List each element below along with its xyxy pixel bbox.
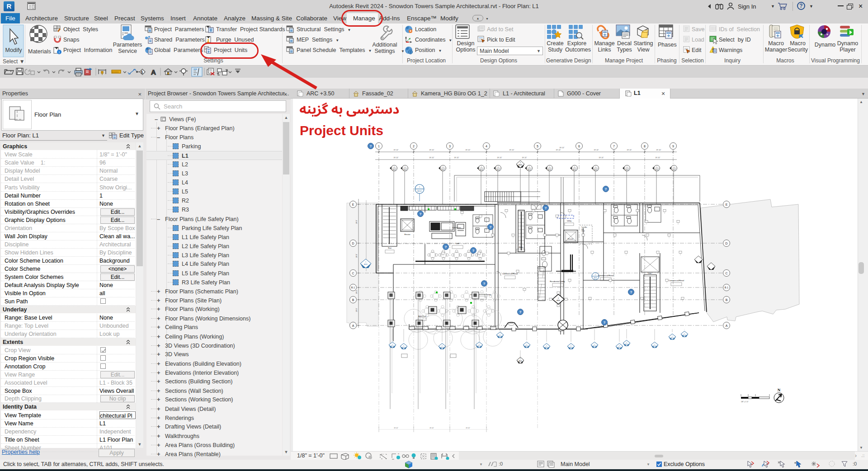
svg-text:A504: A504 [625,344,628,345]
svg-text:E: E [726,203,728,206]
svg-text:Stair: Stair [388,247,392,249]
svg-text:19'-11": 19'-11" [454,157,460,159]
svg-text:A504: A504 [672,169,676,171]
svg-text:1: 1 [520,162,521,164]
svg-text:A404: A404 [594,277,597,279]
svg-text:19'-11": 19'-11" [560,147,565,149]
svg-text:19'-11": 19'-11" [522,157,528,159]
svg-text:A100: A100 [417,190,422,192]
svg-text:?: ? [483,282,486,286]
svg-text:1: 1 [656,166,657,168]
svg-text:28'-1": 28'-1" [356,254,358,258]
svg-text:1: 1 [595,274,596,276]
svg-text:?: ? [604,320,606,325]
svg-text:1/8" = 1'-0": 1/8" = 1'-0" [741,401,749,403]
svg-text:A504: A504 [402,347,406,349]
svg-text:19'-11": 19'-11" [429,149,435,151]
svg-text:A504: A504 [545,347,548,349]
svg-text:A404: A404 [557,300,560,301]
svg-text:9: 9 [672,145,674,148]
svg-text:19'-11": 19'-11" [656,149,662,151]
svg-text:1: 1 [405,166,406,168]
svg-text:Café: Café [456,242,460,245]
svg-text:Utility: Utility [567,220,572,222]
svg-text:Adult Pool: Adult Pool [418,316,426,317]
svg-text:1: 1 [419,186,420,188]
svg-text:A504: A504 [594,169,598,171]
svg-text:A504: A504 [478,345,481,347]
svg-text:A400: A400 [364,264,368,265]
svg-text:A300: A300 [519,164,522,166]
svg-text:Commercial/Retail: Commercial/Retail [598,274,613,277]
svg-text:C: C [725,272,727,275]
svg-text:A504: A504 [528,169,531,171]
svg-text:?: ? [445,245,447,249]
svg-text:1: 1 [574,166,575,168]
svg-text:19'-11": 19'-11" [627,149,632,151]
svg-text:Commercial/Retail: Commercial/Retail [502,273,518,275]
svg-text:?: ? [630,290,632,294]
svg-text:A504: A504 [625,169,629,171]
svg-text:1: 1 [558,297,559,299]
svg-text:7: 7 [613,145,615,148]
svg-text:N: N [778,388,781,392]
svg-text:?: ? [519,310,522,314]
svg-text:19'-11": 19'-11" [429,157,435,159]
svg-text:5: 5 [537,145,538,148]
svg-text:B: B [352,298,354,301]
svg-text:A504: A504 [618,347,621,349]
svg-text:A: A [151,68,156,76]
svg-text:19'-11": 19'-11" [656,157,661,159]
svg-text:?: ? [490,225,492,229]
svg-text:1: 1 [627,166,627,168]
svg-text:A: A [352,324,354,327]
svg-text:19'-11": 19'-11" [466,427,470,429]
svg-text:6: 6 [578,145,580,148]
svg-text:B.1: B.1 [351,286,355,289]
svg-text:1: 1 [549,166,550,168]
svg-text:1: 1 [595,166,596,168]
svg-text:A504: A504 [671,337,674,339]
svg-text:1: 1 [394,166,395,168]
svg-text:4: 4 [486,145,487,148]
svg-text:E: E [352,203,354,206]
svg-text:A504: A504 [653,345,656,347]
svg-text:3: 3 [449,145,451,148]
svg-text:1: 1 [141,71,143,74]
svg-text:A300: A300 [519,360,522,362]
svg-text:1: 1 [674,166,675,168]
svg-text:1: 1 [529,166,530,168]
svg-text:D: D [725,242,727,245]
svg-text:1: 1 [498,166,499,168]
svg-text:A504: A504 [683,334,686,336]
svg-text:?: ? [545,206,547,210]
svg-text:?: ? [420,212,422,216]
svg-text:A504: A504 [441,347,444,349]
svg-text:19'-11": 19'-11" [556,149,561,151]
svg-text:19'-11": 19'-11" [599,157,604,159]
svg-text:1: 1 [481,166,482,168]
svg-text:A504: A504 [593,345,596,347]
svg-text:A: A [726,324,728,327]
svg-text:A504: A504 [655,169,659,171]
svg-text:A504: A504 [525,345,528,347]
svg-text:Stair: Stair [648,273,652,274]
svg-text:Elevator: Elevator [404,234,410,236]
svg-text:Chute: Chute [581,230,585,232]
svg-text:1: 1 [365,261,366,263]
svg-text:Commercial/Retail: Commercial/Retail [669,279,684,282]
svg-text:A504: A504 [441,169,445,171]
svg-text:A504: A504 [548,169,552,171]
svg-text:A504: A504 [391,345,394,347]
svg-text:19'-11": 19'-11" [394,157,399,159]
svg-text:Stair: Stair [519,246,523,248]
svg-text:i: i [59,50,60,54]
svg-text:28'-1": 28'-1" [356,308,358,312]
svg-text:Elevator: Elevator [568,238,574,240]
svg-text:D: D [352,242,354,245]
svg-text:?: ? [472,249,475,253]
svg-text:19'-11": 19'-11" [429,427,434,429]
svg-text:A504: A504 [392,169,396,171]
svg-text:1: 1 [443,166,443,168]
svg-text:Café Kitchen: Café Kitchen [452,227,461,229]
